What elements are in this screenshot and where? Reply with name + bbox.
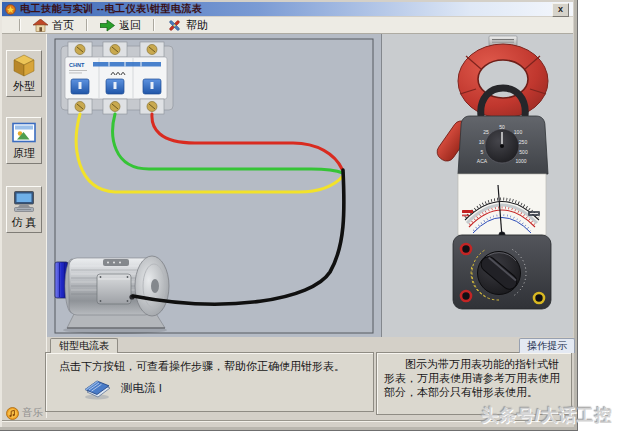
dial-label-5: 5 bbox=[481, 149, 484, 155]
box-icon bbox=[11, 54, 37, 77]
book-icon bbox=[82, 376, 112, 401]
back-button[interactable]: 返回 bbox=[95, 18, 146, 33]
app-window: 电工技能与实训 --电工仪表\钳型电流表 x 首页 返回 bbox=[0, 0, 578, 431]
dial-label-10: 10 bbox=[479, 139, 485, 145]
window-title: 电工技能与实训 --电工仪表\钳型电流表 bbox=[20, 2, 202, 16]
back-label: 返回 bbox=[119, 18, 141, 33]
motor-junction-box bbox=[97, 274, 131, 304]
help-tools-icon bbox=[167, 19, 182, 32]
toolbar-separator bbox=[153, 19, 155, 31]
home-icon bbox=[33, 19, 48, 32]
sidebar-item-label: 原理 bbox=[13, 147, 35, 159]
dial-label-aca: ACA bbox=[477, 158, 488, 164]
screenshot-canvas: 电工技能与实训 --电工仪表\钳型电流表 x 首页 返回 bbox=[0, 0, 640, 434]
tab-operation-tips[interactable]: 操作提示 bbox=[519, 338, 575, 353]
circuit-breaker[interactable]: CHNT bbox=[61, 42, 173, 114]
sidebar: 外型 原理 仿 真 bbox=[2, 34, 47, 418]
sidebar-item-label: 外型 bbox=[13, 80, 35, 92]
breaker-brand-label: CHNT bbox=[69, 62, 85, 68]
clamp-meter-graphic: 25 50 100 250 500 1000 10 5 ACA bbox=[382, 34, 573, 337]
help-label: 帮助 bbox=[186, 18, 208, 33]
tip-text: 图示为带万用表功能的指针式钳形表，万用表使用请参考万用表使用部分，本部分只有钳形… bbox=[384, 357, 564, 399]
instruction-panel: 点击下方按钮，可查看操作步骤，帮助你正确使用钳形表。 测电流 I bbox=[45, 352, 374, 412]
sidebar-item-appearance[interactable]: 外型 bbox=[6, 50, 42, 97]
dial-label-1000: 1000 bbox=[515, 158, 526, 164]
dial-label-100: 100 bbox=[514, 129, 523, 135]
home-label: 首页 bbox=[52, 18, 74, 33]
title-bar: 电工技能与实训 --电工仪表\钳型电流表 x bbox=[2, 2, 573, 16]
breaker-switch-levers[interactable] bbox=[71, 79, 161, 94]
wire-red bbox=[152, 114, 342, 169]
watermark: 头条号/大话工控 bbox=[481, 404, 613, 427]
terminal-red-top bbox=[461, 244, 471, 254]
breaker-bottom-terminals bbox=[68, 99, 164, 114]
dial-label-50: 50 bbox=[499, 124, 505, 130]
diagram-icon bbox=[11, 121, 37, 144]
simulation-canvas: CHNT bbox=[47, 34, 381, 337]
help-button[interactable]: 帮助 bbox=[162, 18, 213, 33]
dial-label-250: 250 bbox=[519, 139, 528, 145]
instruction-text: 点击下方按钮，可查看操作步骤，帮助你正确使用钳形表。 bbox=[59, 359, 345, 374]
terminal-yellow bbox=[534, 293, 544, 303]
sidebar-item-label: 仿 真 bbox=[11, 216, 36, 228]
dial-label-25: 25 bbox=[483, 129, 489, 135]
motor bbox=[55, 256, 169, 334]
computer-icon bbox=[11, 190, 37, 213]
clamp-jaw-ring bbox=[458, 44, 548, 118]
measure-current-label: 测电流 I bbox=[121, 381, 162, 396]
sidebar-item-principle[interactable]: 原理 bbox=[6, 117, 42, 164]
breaker-top-terminals bbox=[68, 42, 164, 57]
simulation-panel: CHNT bbox=[47, 34, 381, 337]
home-button[interactable]: 首页 bbox=[28, 18, 79, 33]
terminal-red-bottom bbox=[461, 291, 471, 301]
toolbar: 首页 返回 帮助 bbox=[2, 17, 573, 34]
meter-lower-body bbox=[453, 235, 551, 309]
app-icon bbox=[5, 4, 17, 15]
toolbar-separator bbox=[86, 19, 88, 31]
close-button[interactable]: x bbox=[552, 3, 569, 17]
dial-label-500: 500 bbox=[519, 149, 528, 155]
meter-panel: 25 50 100 250 500 1000 10 5 ACA bbox=[381, 34, 573, 337]
music-label: 音乐 bbox=[22, 406, 43, 420]
meter-brand-mark bbox=[462, 210, 473, 213]
measure-current-button[interactable]: 测电流 I bbox=[82, 376, 162, 401]
music-icon bbox=[6, 407, 19, 420]
music-toggle[interactable]: 音乐 bbox=[6, 406, 43, 420]
sidebar-item-simulation[interactable]: 仿 真 bbox=[6, 186, 42, 233]
tab-clamp-meter[interactable]: 钳型电流表 bbox=[50, 338, 118, 353]
analog-scale-face bbox=[458, 174, 546, 238]
toolbar-separator bbox=[19, 19, 21, 31]
back-arrow-icon bbox=[100, 19, 115, 32]
